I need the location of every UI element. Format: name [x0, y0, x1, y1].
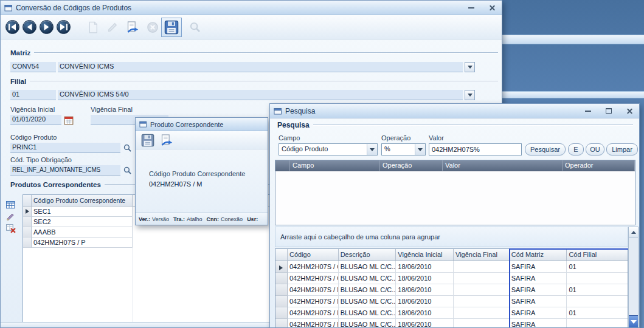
cell-codigo[interactable]: 042HM2H07S / P [288, 307, 339, 319]
grid-edit-button[interactable] [5, 211, 16, 222]
cell-vigencia-inicial[interactable]: 18/06/2010 [396, 307, 454, 319]
cell-cod-matriz[interactable]: SAFIRA [510, 284, 567, 296]
scroll-down-button[interactable] [629, 315, 638, 328]
new-record-button[interactable] [86, 20, 100, 35]
matriz-code-field[interactable]: CONV54 [10, 62, 56, 72]
table-row[interactable]: 042HM2H07S / G BLUSAO ML C/C... 18/06/20… [275, 273, 628, 284]
save-button[interactable] [161, 18, 182, 37]
row-selector[interactable] [275, 319, 288, 328]
cell-codigo[interactable]: 042HM2H07S / P [288, 319, 339, 328]
cell-vigencia-inicial[interactable]: 18/06/2010 [396, 273, 454, 284]
cell-descricao[interactable]: BLUSAO ML C/C... [339, 296, 396, 307]
minimize-button[interactable] [582, 106, 594, 116]
cell-vigencia-inicial[interactable]: 18/06/2010 [396, 319, 454, 328]
row-selector[interactable] [23, 217, 32, 227]
column-cod-matriz[interactable]: Cód Matriz [510, 249, 567, 261]
column-descricao[interactable]: Descrição [339, 249, 396, 261]
cell-cod-matriz[interactable]: SAFIRA [510, 319, 567, 328]
cell-cod-matriz[interactable]: SAFIRA [510, 296, 567, 307]
cell-descricao[interactable]: BLUSAO ML C/C... [339, 319, 396, 328]
cell-cod-filial[interactable] [567, 273, 628, 284]
row-selector[interactable] [23, 207, 32, 217]
titlebar-conversao[interactable]: Conversão de Códigos de Produtos [1, 1, 502, 15]
cell-cod-matriz[interactable]: SAFIRA [510, 273, 567, 284]
cell-codigo[interactable]: 042HM2H07S / M [288, 296, 339, 307]
cell-descricao[interactable]: BLUSAO ML C/C... [339, 261, 396, 273]
close-button[interactable] [623, 106, 635, 116]
filter-column-operador[interactable]: Operador [563, 160, 635, 171]
cell-vigencia-inicial[interactable]: 18/06/2010 [396, 296, 454, 307]
cancel-button[interactable] [145, 20, 160, 35]
cell-vigencia-final[interactable] [454, 261, 510, 273]
cell-vigencia-final[interactable] [454, 273, 510, 284]
cell-cod-filial[interactable]: 01 [567, 284, 628, 296]
maximize-button[interactable] [603, 106, 615, 116]
filial-dropdown-button[interactable] [465, 90, 475, 100]
titlebar-pesquisa[interactable]: Pesquisa [270, 104, 639, 118]
cell-vigencia-inicial[interactable]: 18/06/2010 [396, 284, 454, 296]
filter-column-valor[interactable]: Valor [443, 160, 563, 171]
cell-cod-filial[interactable]: 01 [567, 261, 628, 273]
previous-record-button[interactable] [23, 20, 36, 34]
produto-correspondente-cell[interactable]: 042HM2H07S / P [32, 237, 133, 248]
matriz-desc-field[interactable]: CONVÊNIO ICMS [58, 62, 463, 72]
cod-tipo-lookup-icon[interactable] [122, 165, 133, 176]
cell-vigencia-final[interactable] [454, 307, 510, 319]
cell-descricao[interactable]: BLUSAO ML C/C... [339, 307, 396, 319]
last-record-button[interactable] [57, 20, 71, 34]
column-codigo[interactable]: Código [288, 249, 339, 261]
row-selector[interactable] [275, 307, 288, 319]
produto-confirm-button[interactable] [159, 133, 173, 148]
filial-desc-field[interactable]: CONVÊNIO ICMS 54/0 [58, 90, 463, 100]
column-vigencia-final[interactable]: Vigência Final [454, 249, 510, 261]
column-cod-filial[interactable]: Cód Filial [567, 249, 628, 261]
cell-cod-filial[interactable] [567, 319, 628, 328]
cell-cod-matriz[interactable]: SAFIRA [510, 261, 567, 273]
row-selector[interactable] [23, 227, 32, 237]
close-button[interactable] [486, 3, 498, 13]
calendar-icon[interactable] [63, 115, 74, 126]
produto-save-button[interactable] [140, 133, 155, 148]
row-selector[interactable] [275, 261, 288, 273]
e-button[interactable]: E [568, 143, 584, 155]
row-selector[interactable] [275, 284, 288, 296]
titlebar-produto[interactable]: Produto Correspondente [136, 118, 268, 131]
campo-select[interactable]: Código Produto [279, 143, 378, 155]
cell-vigencia-final[interactable] [454, 319, 510, 328]
cell-descricao[interactable]: BLUSAO ML C/C... [339, 273, 396, 284]
codigo-produto-lookup-icon[interactable] [122, 142, 133, 153]
cell-cod-matriz[interactable]: SAFIRA [510, 307, 567, 319]
scroll-up-button[interactable] [629, 227, 638, 237]
cell-codigo[interactable]: 042HM2H07S / G [288, 273, 339, 284]
cell-descricao[interactable]: BLUSAO ML C/C... [339, 284, 396, 296]
cell-cod-filial[interactable] [567, 296, 628, 307]
table-row[interactable]: 042HM2H07S / P BLUSAO ML C/C... 18/06/20… [275, 307, 628, 319]
cell-codigo[interactable]: 042HM2H07S / G [288, 261, 339, 273]
next-record-button[interactable] [40, 20, 54, 34]
confirm-button[interactable] [125, 20, 139, 35]
codigo-produto-field[interactable]: PRINC1 [10, 143, 120, 153]
first-record-button[interactable] [5, 20, 19, 34]
grid-delete-button[interactable] [5, 222, 16, 233]
ou-button[interactable]: OU [586, 143, 604, 155]
produto-correspondente-cell[interactable]: SEC2 [32, 217, 133, 227]
limpar-button[interactable]: Limpar [606, 143, 638, 155]
pesquisar-button[interactable]: Pesquisar [525, 143, 566, 155]
vigencia-inicial-field[interactable]: 01/01/2020 [10, 115, 61, 125]
valor-input[interactable]: 042HM2H07S% [429, 143, 522, 155]
cell-vigencia-inicial[interactable]: 18/06/2010 [396, 261, 454, 273]
table-row[interactable]: 042HM2H07S / P BLUSAO ML C/C... 18/06/20… [275, 319, 628, 328]
column-vigencia-inicial[interactable]: Vigência Inicial [396, 249, 454, 261]
cell-cod-filial[interactable]: 01 [567, 307, 628, 319]
cell-vigencia-final[interactable] [454, 284, 510, 296]
group-by-area[interactable]: Arraste aqui o cabeçalho de uma coluna p… [275, 227, 628, 247]
campo-dropdown-button[interactable] [367, 144, 377, 155]
cell-vigencia-final[interactable] [454, 296, 510, 307]
row-selector[interactable] [275, 296, 288, 307]
row-selector[interactable] [23, 237, 32, 248]
produto-correspondente-value[interactable]: 042HM2H07S / M [149, 180, 202, 188]
operacao-select[interactable]: % [381, 143, 426, 155]
table-row[interactable]: 042HM2H07S / M BLUSAO ML C/C... 18/06/20… [275, 284, 628, 296]
search-button[interactable] [188, 20, 203, 35]
cod-tipo-obrigacao-field[interactable]: REL_INF_AJ_MONTANTE_ICMS [10, 165, 120, 176]
